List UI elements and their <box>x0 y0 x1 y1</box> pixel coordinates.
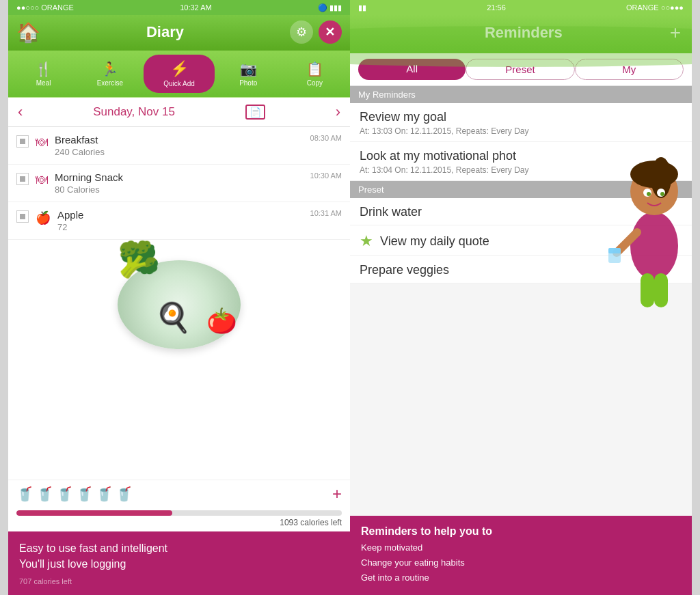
copy-label: Copy <box>307 79 323 87</box>
time-right: 21:56 <box>487 3 506 12</box>
reminder-motivational-photo-detail: At: 13:04 On: 12.11.2015, Repeats: Every… <box>360 165 682 175</box>
apple-icon: 🍎 <box>36 210 51 225</box>
broccoli-icon: 🥦 <box>118 240 160 279</box>
apple-info: Apple 72 <box>57 209 304 232</box>
footer-line1: Easy to use fast and intelligent <box>19 541 339 556</box>
promo-item-2: Change your eating habits <box>361 555 681 570</box>
snack-checkbox[interactable] <box>16 173 29 185</box>
prev-date-button[interactable]: ‹ <box>18 103 23 121</box>
meal-icon: 🍴 <box>35 61 52 77</box>
water-cup-2[interactable]: 🥤 <box>36 486 53 502</box>
phone-diary: ●●○○○ ORANGE 10:32 AM 🔵 ▮▮▮ 🏠 Diary ⚙ ✕ … <box>8 0 350 595</box>
water-cup-6[interactable]: 🥤 <box>116 486 133 502</box>
header-icons: ⚙ ✕ <box>290 20 342 44</box>
breakfast-row[interactable]: 🍽 Breakfast 240 Calories 08:30 AM <box>8 127 350 165</box>
egg-icon: 🍳 <box>155 301 191 334</box>
meal-list: 🍽 Breakfast 240 Calories 08:30 AM 🍽 Morn… <box>8 127 350 480</box>
footer-calories-sub: 707 calories left <box>19 577 339 585</box>
breakfast-name: Breakfast <box>55 134 304 146</box>
diary-footer: Easy to use fast and intelligent You'll … <box>8 531 350 595</box>
reminder-drink-water-title: Drink water <box>360 205 682 219</box>
reminder-review-goal-detail: At: 13:03 On: 12.11.2015, Repeats: Every… <box>360 126 682 136</box>
calories-progress-fill <box>16 510 172 516</box>
food-plate-area: 🍳 🥦 🍅 <box>8 240 350 355</box>
reminder-motivational-photo-title: Look at my motivational phot <box>360 149 682 163</box>
apple-calories: 72 <box>57 222 304 232</box>
screenshot-container: ●●○○○ ORANGE 10:32 AM 🔵 ▮▮▮ 🏠 Diary ⚙ ✕ … <box>0 0 700 595</box>
status-bar-left: ●●○○○ ORANGE 10:32 AM 🔵 ▮▮▮ <box>8 0 350 15</box>
water-cup-3[interactable]: 🥤 <box>56 486 73 502</box>
reminder-review-goal[interactable]: Review my goal At: 13:03 On: 12.11.2015,… <box>350 103 692 142</box>
preset-section-header: Preset <box>350 181 692 198</box>
morning-snack-row[interactable]: 🍽 Morning Snack 80 Calories 10:30 AM <box>8 165 350 202</box>
quick-add-action[interactable]: ⚡ Quick Add <box>144 55 214 93</box>
doc-icon[interactable]: 📄 <box>245 105 265 120</box>
reminders-content: My Reminders Review my goal At: 13:03 On… <box>350 86 692 516</box>
battery-right: ▮▮ <box>358 3 366 12</box>
apple-checkbox[interactable] <box>16 210 29 223</box>
promo-items: Keep motivated Change your eating habits… <box>361 540 681 585</box>
breakfast-icon: 🍽 <box>36 135 48 150</box>
breakfast-time: 08:30 AM <box>310 134 342 142</box>
close-button[interactable]: ✕ <box>319 20 342 44</box>
snack-time: 10:30 AM <box>310 171 342 180</box>
reminder-daily-quote[interactable]: ★ View my daily quote <box>350 225 692 256</box>
water-row: 🥤 🥤 🥤 🥤 🥤 🥤 + <box>8 480 350 508</box>
exercise-action[interactable]: 🏃 Exercise <box>77 57 142 91</box>
status-bar-right: ▮▮ 21:56 ORANGE ○○●●● <box>350 0 692 15</box>
reminders-header: Reminders + <box>350 15 692 53</box>
photo-label: Photo <box>239 79 257 87</box>
plate-container: 🍳 🥦 🍅 <box>111 240 247 349</box>
quick-add-label: Quick Add <box>163 80 195 87</box>
carrier-right: ORANGE ○○●●● <box>626 3 684 12</box>
diary-title: Diary <box>146 23 184 41</box>
reminder-prepare-veggies[interactable]: Prepare veggies <box>350 256 692 283</box>
breakfast-info: Breakfast 240 Calories <box>55 134 304 157</box>
water-cup-4[interactable]: 🥤 <box>76 486 93 502</box>
tomatoes-icon: 🍅 <box>206 307 237 335</box>
water-cup-5[interactable]: 🥤 <box>96 486 113 502</box>
add-reminder-button[interactable]: + <box>670 22 681 44</box>
copy-icon: 📋 <box>306 61 323 77</box>
calories-left-text: 1093 calories left <box>16 518 342 527</box>
snack-name: Morning Snack <box>55 171 304 183</box>
current-date: Sunday, Nov 15 <box>93 105 175 119</box>
photo-action[interactable]: 📷 Photo <box>216 57 281 91</box>
home-icon[interactable]: 🏠 <box>16 21 40 44</box>
meal-action[interactable]: 🍴 Meal <box>11 57 76 91</box>
apple-row[interactable]: 🍎 Apple 72 10:31 AM <box>8 202 350 240</box>
breakfast-checkbox[interactable] <box>16 135 29 148</box>
my-reminders-section-header: My Reminders <box>350 86 692 103</box>
time-left: 10:32 AM <box>180 3 211 12</box>
quick-add-icon: ⚡ <box>170 60 189 78</box>
promo-item-3: Get into a routine <box>361 570 681 585</box>
apple-time: 10:31 AM <box>310 209 342 217</box>
water-cup-1[interactable]: 🥤 <box>16 486 33 502</box>
promo-item-1: Keep motivated <box>361 540 681 555</box>
add-water-button[interactable]: + <box>332 484 342 503</box>
reminder-review-goal-title: Review my goal <box>360 110 682 124</box>
next-date-button[interactable]: › <box>336 103 340 121</box>
reminder-motivational-photo[interactable]: Look at my motivational phot At: 13:04 O… <box>350 142 692 181</box>
icons-left: 🔵 ▮▮▮ <box>318 3 342 12</box>
promo-title: Reminders to help you to <box>361 525 681 538</box>
snack-calories: 80 Calories <box>55 184 304 195</box>
carrier-left: ●●○○○ ORANGE <box>16 3 74 12</box>
action-bar: 🍴 Meal 🏃 Exercise ⚡ Quick Add 📷 Photo 📋 … <box>8 51 350 98</box>
settings-button[interactable]: ⚙ <box>290 20 313 44</box>
diary-header: 🏠 Diary ⚙ ✕ <box>8 15 350 51</box>
photo-icon: 📷 <box>240 61 257 77</box>
meal-label: Meal <box>36 79 51 87</box>
water-cups: 🥤 🥤 🥤 🥤 🥤 🥤 <box>16 486 133 502</box>
reminder-daily-quote-title: View my daily quote <box>380 234 489 249</box>
breakfast-calories: 240 Calories <box>55 147 304 157</box>
reminders-promo: Reminders to help you to Keep motivated … <box>350 516 692 595</box>
exercise-label: Exercise <box>97 79 123 87</box>
calories-progress-track <box>16 510 342 516</box>
reminder-drink-water[interactable]: Drink water <box>350 198 692 225</box>
star-icon: ★ <box>360 232 373 250</box>
snack-info: Morning Snack 80 Calories <box>55 171 304 195</box>
reminder-prepare-veggies-title: Prepare veggies <box>360 263 682 277</box>
copy-action[interactable]: 📋 Copy <box>282 57 347 91</box>
phone-reminders: ▮▮ 21:56 ORANGE ○○●●● Reminders + All Pr… <box>350 0 692 595</box>
